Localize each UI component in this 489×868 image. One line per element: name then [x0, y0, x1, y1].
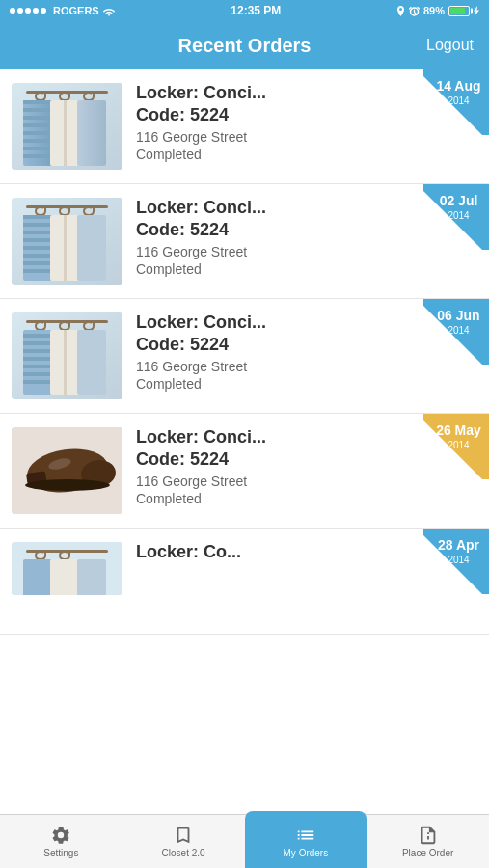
order-details: Locker: Conci... Code: 5224 116 George S… — [136, 312, 477, 392]
status-left: ROGERS — [10, 5, 116, 16]
svg-rect-16 — [77, 100, 106, 166]
header: Recent Orders Logout — [0, 21, 489, 69]
charging-icon — [474, 6, 479, 15]
order-thumbnail — [12, 427, 122, 514]
order-title: Locker: Conci... — [136, 427, 420, 448]
order-details: Locker: Conci... Code: 5224 116 George S… — [136, 83, 477, 162]
logout-button[interactable]: Logout — [426, 37, 474, 54]
table-row[interactable]: Locker: Conci... Code: 5224 116 George S… — [0, 414, 489, 529]
svg-rect-21 — [23, 223, 52, 227]
svg-rect-54 — [77, 559, 106, 595]
tab-myorders[interactable]: My Orders — [245, 815, 367, 868]
battery-icon — [448, 6, 470, 16]
bookmark-icon — [173, 825, 194, 846]
signal-dots — [10, 8, 46, 14]
order-address: 116 George Street — [136, 244, 420, 259]
wifi-icon — [102, 6, 116, 16]
svg-rect-12 — [23, 147, 52, 150]
svg-rect-35 — [23, 341, 52, 345]
order-thumbnail — [12, 83, 122, 170]
order-details: Locker: Conci... Code: 5224 116 George S… — [136, 427, 477, 506]
svg-rect-15 — [64, 100, 67, 166]
svg-rect-36 — [23, 349, 52, 353]
svg-rect-26 — [23, 261, 52, 265]
svg-rect-13 — [23, 154, 52, 158]
order-code: Code: 5224 — [136, 335, 420, 355]
order-code: Code: 5224 — [136, 449, 420, 470]
table-row[interactable]: Locker: Conci... Code: 5224 116 George S… — [0, 69, 489, 184]
status-right: 89% — [396, 5, 479, 16]
svg-rect-42 — [64, 330, 67, 395]
order-status: Completed — [136, 261, 420, 277]
svg-rect-30 — [77, 215, 106, 281]
page-title: Recent Orders — [178, 35, 312, 57]
tab-myorders-label: My Orders — [284, 848, 329, 858]
tab-placeorder[interactable]: Place Order — [367, 815, 489, 868]
order-address: 116 George Street — [136, 129, 420, 145]
svg-rect-27 — [23, 269, 52, 273]
order-details: Locker: Co... — [136, 542, 477, 564]
status-time: 12:35 PM — [231, 4, 281, 17]
tab-bar: Settings Closet 2.0 My Orders Place Orde… — [0, 814, 489, 868]
order-title: Locker: Conci... — [136, 312, 420, 333]
tab-closet[interactable]: Closet 2.0 — [122, 815, 245, 868]
svg-rect-34 — [23, 334, 52, 338]
svg-rect-24 — [23, 246, 52, 250]
svg-rect-23 — [23, 238, 52, 242]
order-thumbnail — [12, 198, 122, 285]
svg-rect-22 — [23, 231, 52, 234]
order-code: Code: 5224 — [136, 220, 420, 240]
alarm-icon — [409, 6, 420, 16]
svg-rect-39 — [23, 372, 52, 376]
list-icon — [295, 825, 316, 846]
svg-rect-40 — [23, 380, 52, 384]
svg-rect-53 — [50, 559, 81, 595]
svg-rect-33 — [23, 330, 52, 395]
order-thumbnail — [12, 542, 122, 595]
status-bar: ROGERS 12:35 PM 89% — [0, 0, 489, 21]
order-status: Completed — [136, 376, 420, 392]
order-title: Locker: Conci... — [136, 83, 420, 103]
svg-rect-25 — [23, 254, 52, 258]
tab-closet-label: Closet 2.0 — [162, 848, 205, 858]
svg-rect-7 — [23, 108, 52, 112]
carrier-label: ROGERS — [53, 5, 99, 16]
svg-rect-10 — [23, 131, 52, 135]
battery-percent: 89% — [423, 5, 445, 16]
svg-rect-8 — [23, 116, 52, 120]
svg-rect-43 — [77, 330, 106, 395]
svg-rect-20 — [23, 215, 52, 219]
tab-settings-label: Settings — [43, 848, 78, 858]
location-icon — [396, 6, 405, 16]
svg-rect-9 — [23, 123, 52, 127]
document-icon — [418, 825, 439, 846]
svg-rect-6 — [23, 100, 52, 104]
table-row[interactable]: Locker: Co... 28 Apr 2014 — [0, 529, 489, 635]
svg-rect-38 — [23, 365, 52, 368]
svg-point-48 — [25, 479, 110, 491]
tab-placeorder-label: Place Order — [402, 848, 453, 858]
tab-settings[interactable]: Settings — [0, 815, 122, 868]
order-thumbnail — [12, 312, 122, 399]
gear-icon — [50, 825, 71, 846]
order-code: Code: 5224 — [136, 105, 420, 125]
svg-rect-11 — [23, 139, 52, 143]
orders-list: Locker: Conci... Code: 5224 116 George S… — [0, 69, 489, 814]
order-details: Locker: Conci... Code: 5224 116 George S… — [136, 198, 477, 277]
order-status: Completed — [136, 147, 420, 162]
order-address: 116 George Street — [136, 474, 420, 489]
table-row[interactable]: Locker: Conci... Code: 5224 116 George S… — [0, 184, 489, 299]
order-status: Completed — [136, 491, 420, 506]
svg-rect-52 — [23, 559, 52, 595]
order-title: Locker: Co... — [136, 542, 420, 562]
svg-rect-37 — [23, 357, 52, 361]
svg-rect-29 — [64, 215, 67, 281]
order-address: 116 George Street — [136, 359, 420, 374]
order-title: Locker: Conci... — [136, 198, 420, 218]
table-row[interactable]: Locker: Conci... Code: 5224 116 George S… — [0, 299, 489, 414]
